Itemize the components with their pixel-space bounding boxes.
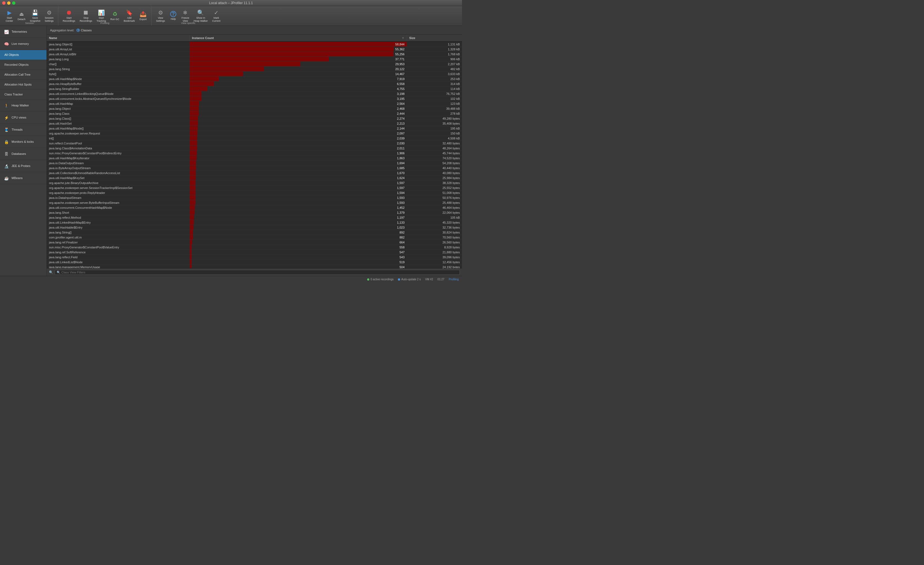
table-row[interactable]: org.apache.jute.BinaryOutputArchive1,597…	[47, 180, 462, 185]
table-row[interactable]: char[]29,9532,207 kB	[47, 62, 462, 66]
table-row[interactable]: java.util.ArrayList55,3621,328 kB	[47, 47, 462, 52]
table-row[interactable]: org.apache.zookeeper.server.SessionTrack…	[47, 185, 462, 190]
start-center-button[interactable]: ▶ StartCenter	[3, 9, 15, 23]
status-vm: VM #2	[425, 278, 433, 281]
table-row[interactable]: int[]2,0394,508 kB	[47, 136, 462, 141]
table-row[interactable]: java.util.concurrent.LinkedBlockingQueue…	[47, 91, 462, 96]
detach-button[interactable]: ⏏ Detach	[15, 9, 28, 23]
aggregation-classes[interactable]: Classes	[76, 29, 92, 32]
table-row[interactable]: java.lang.Class[]2,27449,280 bytes	[47, 116, 462, 121]
view-settings-button[interactable]: ⚙ ViewSettings	[154, 9, 167, 23]
sidebar-item-allocation-call-tree[interactable]: Allocation Call Tree	[0, 70, 46, 80]
sidebar-item-all-objects[interactable]: All Objects	[0, 50, 46, 60]
cell-count: 2,213	[190, 121, 407, 126]
table-row[interactable]: java.lang.reflect.Field54339,096 bytes	[47, 255, 462, 260]
cell-name: java.util.ArrayList$Itr	[47, 52, 190, 56]
start-recordings-button[interactable]: ⏺ StartRecordings	[60, 9, 78, 23]
table-row[interactable]: java.lang.StringBuilder4,755114 kB	[47, 86, 462, 91]
freeze-view-button[interactable]: ❄ FreezeView	[179, 9, 191, 23]
table-row[interactable]: java.lang.ref.Finalizer66426,560 bytes	[47, 240, 462, 245]
table-row[interactable]: java.lang.Class2,444278 kB	[47, 111, 462, 116]
count-value: 2,039	[397, 137, 405, 140]
table-row[interactable]: java.util.ArrayList$Itr55,2561,768 kB	[47, 52, 462, 57]
sidebar-item-databases[interactable]: 🗄 Databases	[0, 148, 46, 160]
table-row[interactable]: java.lang.Long37,771906 kB	[47, 57, 462, 62]
sidebar-item-recorded-objects[interactable]: Recorded Objects	[0, 60, 46, 70]
table-row[interactable]: sun.misc.ProxyGenerator$ConstantPool$Ind…	[47, 151, 462, 156]
close-button[interactable]	[2, 2, 6, 5]
table-row[interactable]: java.lang.Object2,46839,488 kB	[47, 106, 462, 111]
table-row[interactable]: java.util.LinkedList$Node51912,456 bytes	[47, 260, 462, 264]
sidebar-item-allocation-hot-spots[interactable]: Allocation Hot Spots	[0, 80, 46, 90]
cell-name: org.apache.zookeeper.server.ByteBufferIn…	[47, 200, 190, 205]
sidebar-item-class-tracker[interactable]: Class Tracker	[0, 90, 46, 99]
table-row[interactable]: java.util.HashMap$Node7,919253 kB	[47, 77, 462, 81]
sidebar-item-jee-probes[interactable]: 🔬 JEE & Probes	[0, 160, 46, 172]
stop-recordings-button[interactable]: ⏹ StopRecordings	[78, 9, 94, 23]
table-row[interactable]: java.nio.HeapByteBuffer6,558314 kB	[47, 81, 462, 86]
sidebar-item-threads[interactable]: 🧵 Threads	[0, 124, 46, 136]
status-bar: 0 active recordings Auto-update 2 s VM #…	[0, 276, 462, 282]
table-row[interactable]: java.lang.ref.SoftReference54721,880 byt…	[47, 250, 462, 255]
table-row[interactable]: java.lang.Class$AnnotationData2,01148,26…	[47, 146, 462, 151]
table-row[interactable]: java.util.HashMap$KeySet1,62425,984 byte…	[47, 176, 462, 180]
cell-size: 114 kB	[407, 86, 462, 91]
table-row[interactable]: java.lang.reflect.Method1,197105 kB	[47, 215, 462, 220]
cell-size: 253 kB	[407, 77, 462, 81]
cell-size: 35,408 bytes	[407, 121, 462, 126]
cell-size: 195 kB	[407, 126, 462, 131]
cell-count: 1,597	[190, 180, 407, 185]
table-row[interactable]: byte[]14,4673,633 kB	[47, 72, 462, 77]
sidebar-item-mbeans[interactable]: ☕ MBeans	[0, 172, 46, 184]
table-row[interactable]: java.io.ByteArrayOutputStream1,68540,440…	[47, 165, 462, 171]
table-row[interactable]: java.util.LinkedHashMap$Entry1,13345,320…	[47, 220, 462, 225]
table-row[interactable]: sun.misc.ProxyGenerator$ConstantPool$Val…	[47, 245, 462, 250]
maximize-button[interactable]	[12, 2, 15, 5]
table-row[interactable]: java.util.Collections$UnmodifiableRandom…	[47, 171, 462, 176]
help-button[interactable]: ? Help	[167, 9, 179, 23]
table-row[interactable]: org.apache.zookeeper.server.Request2,097…	[47, 131, 462, 136]
show-heap-walker-button[interactable]: 🔍 Show InHeap Walker	[191, 9, 210, 23]
cell-name: sun.misc.ProxyGenerator$ConstantPool$Ind…	[47, 151, 190, 155]
cell-count: 519	[190, 260, 407, 264]
table-row[interactable]: java.lang.management.MemoryUsage50424,19…	[47, 264, 462, 268]
mark-current-button[interactable]: ✓ MarkCurrent	[210, 9, 223, 23]
sidebar-item-heap-walker[interactable]: 🚶 Heap Walker	[0, 99, 46, 112]
session-settings-icon: ⚙	[46, 9, 52, 16]
cell-size: 278 kB	[407, 111, 462, 116]
cell-name: java.io.DataInputStream	[47, 195, 190, 200]
add-bookmark-button[interactable]: 🔖 AddBookmark	[122, 9, 137, 23]
table-row[interactable]: java.io.DataInputStream1,59350,976 bytes	[47, 195, 462, 200]
table-row[interactable]: java.io.DataOutputStream1,69454,208 byte…	[47, 161, 462, 165]
sidebar-item-telemetries[interactable]: 📈 Telemetries	[0, 26, 46, 38]
table-row[interactable]: java.lang.Short1,37922,064 bytes	[47, 210, 462, 215]
table-row[interactable]: org.apache.zookeeper.server.ByteBufferIn…	[47, 200, 462, 205]
table-row[interactable]: com.jprofiler.agent.util.m88270,560 byte…	[47, 235, 462, 240]
table-row[interactable]: java.util.Hashtable$Entry1,02332,736 byt…	[47, 225, 462, 230]
save-snapshot-button[interactable]: 💾 SaveSnapshot	[28, 9, 43, 23]
session-settings-button[interactable]: ⚙ SessionSettings	[43, 9, 56, 23]
table-row[interactable]: java.lang.Object[]58,8441,131 kB	[47, 42, 462, 47]
sidebar-label-recorded-objects: Recorded Objects	[4, 63, 28, 66]
sidebar-item-live-memory[interactable]: 🧠 Live memory	[0, 38, 46, 50]
table-row[interactable]: java.lang.String20,122482 kB	[47, 66, 462, 72]
table-row[interactable]: java.util.HashMap$KeyIterator1,86374,520…	[47, 156, 462, 161]
instance-table[interactable]: Name Instance Count ▼ Size java.lang.Obj…	[47, 35, 462, 268]
table-row[interactable]: sun.reflect.ConstantPool2,03032,480 byte…	[47, 141, 462, 146]
start-tracking-button[interactable]: 📊 StartTracking	[94, 9, 108, 23]
minimize-button[interactable]	[7, 2, 10, 5]
table-row[interactable]: java.util.concurrent.ConcurrentHashMap$N…	[47, 205, 462, 210]
sidebar-item-cpu-views[interactable]: ⚡ CPU views	[0, 112, 46, 124]
table-row[interactable]: java.util.HashSet2,21335,408 bytes	[47, 121, 462, 126]
table-row[interactable]: java.util.concurrent.locks.AbstractQueue…	[47, 96, 462, 101]
table-row[interactable]: java.util.HashMap$Node[]2,144195 kB	[47, 126, 462, 131]
table-row[interactable]: java.lang.String[]89230,824 bytes	[47, 230, 462, 235]
class-view-filter-input[interactable]	[55, 270, 460, 275]
sidebar-item-monitors-locks[interactable]: 🔒 Monitors & locks	[0, 136, 46, 148]
cell-count: 1,379	[190, 210, 407, 215]
cell-size: 26,560 bytes	[407, 240, 462, 245]
export-button[interactable]: 📤 Export	[137, 9, 149, 23]
table-row[interactable]: java.util.HashMap2,564123 kB	[47, 101, 462, 106]
table-row[interactable]: org.apache.zookeeper.proto.ReplyHeader1,…	[47, 190, 462, 195]
run-gc-button[interactable]: ♻ Run GC	[108, 9, 122, 23]
